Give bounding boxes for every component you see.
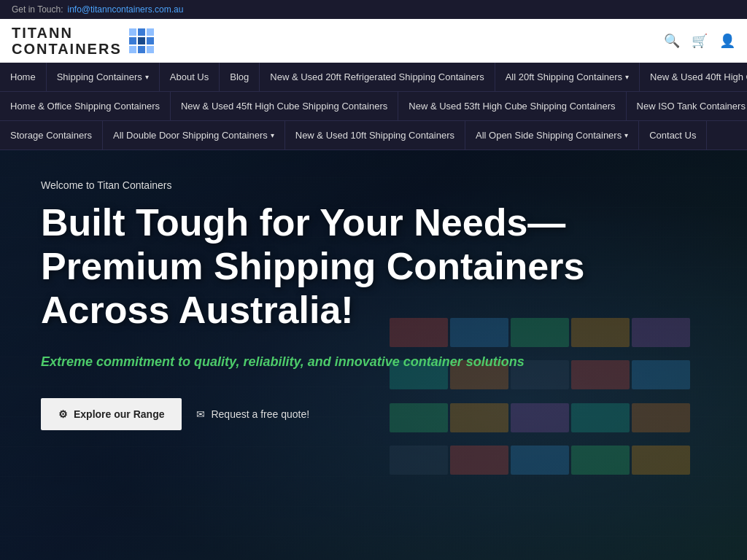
nav-label-open-side: All Open Side Shipping Containers (476, 130, 622, 141)
logo-icon (129, 28, 154, 53)
explore-range-label: Explore our Range (74, 408, 164, 420)
logo-line2: CONTAINERS (12, 41, 122, 57)
nav-label-home: Home (10, 71, 36, 82)
cart-icon[interactable]: 🛒 (692, 33, 708, 49)
hero-buttons: ⚙ Explore our Range ✉ Request a free quo… (41, 398, 706, 430)
chevron-down-icon: ▾ (625, 73, 629, 81)
navigation: HomeShipping Containers▾About UsBlogNew … (0, 63, 747, 150)
nav-label-53ft-high-cube: New & Used 53ft High Cube Shipping Conta… (409, 101, 615, 112)
nav-label-about-us: About Us (170, 71, 209, 82)
nav-label-45ft-high-cube: New & Used 45ft High Cube Shipping Conta… (181, 101, 387, 112)
nav-label-all-20ft: All 20ft Shipping Containers (506, 71, 622, 82)
explore-icon: ⚙ (58, 408, 68, 420)
header-icons: 🔍 🛒 👤 (664, 33, 735, 49)
nav-label-blog: Blog (230, 71, 249, 82)
quote-icon: ✉ (196, 408, 205, 420)
logo[interactable]: TITANN CONTAINERS (12, 25, 154, 57)
nav-label-home-office: Home & Office Shipping Containers (10, 101, 160, 112)
welcome-text: Welcome to Titan Containers (41, 179, 706, 191)
top-bar: Get in Touch: info@titanncontainers.com.… (0, 0, 747, 19)
nav-row: HomeShipping Containers▾About UsBlogNew … (0, 63, 747, 92)
logo-line1: TITANN (12, 25, 122, 41)
logo-text: TITANN CONTAINERS (12, 25, 122, 57)
user-icon[interactable]: 👤 (719, 33, 735, 49)
nav-item-53ft-high-cube[interactable]: New & Used 53ft High Cube Shipping Conta… (398, 92, 626, 120)
nav-item-blog[interactable]: Blog (220, 63, 260, 91)
nav-item-contact-us[interactable]: Contact Us (639, 121, 707, 149)
nav-item-20ft-refrigerated[interactable]: New & Used 20ft Refrigerated Shipping Co… (260, 63, 495, 91)
explore-range-button[interactable]: ⚙ Explore our Range (41, 398, 182, 430)
nav-label-20ft-refrigerated: New & Used 20ft Refrigerated Shipping Co… (270, 71, 484, 82)
nav-item-storage-containers[interactable]: Storage Containers (0, 121, 103, 149)
nav-item-shipping-containers[interactable]: Shipping Containers▾ (47, 63, 160, 91)
nav-label-double-door: All Double Door Shipping Containers (113, 130, 268, 141)
nav-label-iso-tank: New ISO Tank Containers (637, 101, 746, 112)
chevron-down-icon: ▾ (271, 131, 274, 139)
nav-item-45ft-high-cube[interactable]: New & Used 45ft High Cube Shipping Conta… (171, 92, 398, 120)
nav-label-contact-us: Contact Us (649, 130, 696, 141)
top-bar-email[interactable]: info@titanncontainers.com.au (68, 4, 184, 15)
nav-label-40ft-high-cube-refrigerated: New & Used 40ft High Cube Refrigerated C… (650, 71, 747, 82)
chevron-down-icon: ▾ (624, 131, 628, 139)
nav-item-home-office[interactable]: Home & Office Shipping Containers (0, 92, 171, 120)
hero-subtitle: Extreme commitment to quality, reliabili… (41, 352, 595, 372)
search-icon[interactable]: 🔍 (664, 33, 680, 49)
header: TITANN CONTAINERS 🔍 🛒 👤 (0, 19, 747, 63)
nav-row: Home & Office Shipping ContainersNew & U… (0, 92, 747, 121)
nav-item-about-us[interactable]: About Us (160, 63, 220, 91)
nav-item-10ft-containers[interactable]: New & Used 10ft Shipping Containers (285, 121, 465, 149)
nav-item-home[interactable]: Home (0, 63, 47, 91)
nav-label-storage-containers: Storage Containers (10, 130, 92, 141)
nav-item-open-side[interactable]: All Open Side Shipping Containers▾ (465, 121, 639, 149)
hero-section: Welcome to Titan Containers Built Tough … (0, 150, 747, 560)
nav-label-shipping-containers: Shipping Containers (57, 71, 142, 82)
nav-label-10ft-containers: New & Used 10ft Shipping Containers (295, 130, 454, 141)
free-quote-label: Request a free quote! (211, 408, 309, 420)
nav-row: Storage ContainersAll Double Door Shippi… (0, 121, 747, 150)
free-quote-button[interactable]: ✉ Request a free quote! (196, 398, 309, 430)
nav-item-all-20ft[interactable]: All 20ft Shipping Containers▾ (495, 63, 640, 91)
top-bar-prefix: Get in Touch: (12, 4, 63, 15)
hero-content: Welcome to Titan Containers Built Tough … (0, 150, 747, 459)
hero-title: Built Tough for Your Needs—Premium Shipp… (41, 201, 595, 332)
nav-item-double-door[interactable]: All Double Door Shipping Containers▾ (103, 121, 285, 149)
nav-item-40ft-high-cube-refrigerated[interactable]: New & Used 40ft High Cube Refrigerated C… (640, 63, 747, 91)
chevron-down-icon: ▾ (145, 73, 149, 81)
nav-item-iso-tank[interactable]: New ISO Tank Containers (627, 92, 747, 120)
